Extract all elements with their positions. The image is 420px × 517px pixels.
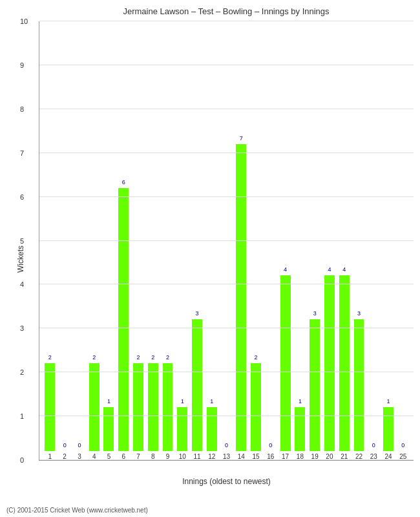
bar-value-label: 7 bbox=[240, 135, 243, 142]
grid-line bbox=[39, 459, 414, 460]
bar: 6 bbox=[118, 188, 129, 451]
bar-group: 714 bbox=[234, 21, 249, 460]
chart-title: Jermaine Lawson – Test – Bowling – Innin… bbox=[39, 6, 414, 16]
bar-value-label: 2 bbox=[151, 354, 154, 361]
bar-value-label: 3 bbox=[196, 310, 199, 317]
bar-value-label: 2 bbox=[166, 354, 169, 361]
bar-value-label: 4 bbox=[284, 266, 287, 273]
bar-group: 025 bbox=[395, 21, 410, 460]
y-tick: 7 bbox=[20, 149, 24, 157]
bars-wrapper: 2102032415662728291103111120137142150164… bbox=[39, 21, 414, 460]
bar: 4 bbox=[339, 275, 350, 451]
bar-value-label: 1 bbox=[210, 398, 213, 405]
bar: 3 bbox=[192, 319, 202, 451]
bar: 2 bbox=[133, 363, 143, 451]
bar-value-label: 1 bbox=[299, 398, 302, 405]
bar-value-label: 2 bbox=[136, 354, 140, 361]
bar: 2 bbox=[163, 363, 173, 451]
bar-value-label: 4 bbox=[328, 266, 331, 273]
bar-group: 21 bbox=[43, 21, 58, 460]
bar-value-label: 1 bbox=[107, 398, 110, 405]
y-tick: 1 bbox=[20, 412, 24, 420]
bar: 4 bbox=[324, 275, 335, 451]
grid-line bbox=[39, 240, 414, 241]
bar-value-label: 3 bbox=[313, 310, 317, 317]
bar-value-label: 4 bbox=[342, 266, 346, 273]
y-axis-label: Wickets bbox=[16, 246, 25, 273]
y-tick: 8 bbox=[20, 105, 24, 113]
bar-value-label: 3 bbox=[357, 310, 361, 317]
bar-value-label: 0 bbox=[269, 442, 272, 448]
grid-line bbox=[39, 65, 414, 65]
chart-area: Wickets 21020324156627282911031111201371… bbox=[39, 21, 414, 461]
bar: 2 bbox=[251, 363, 261, 451]
bar-group: 420 bbox=[322, 21, 337, 460]
bar-group: 02 bbox=[58, 21, 72, 460]
bar-value-label: 2 bbox=[255, 354, 258, 361]
y-tick: 4 bbox=[20, 280, 24, 288]
grid-line bbox=[39, 328, 414, 328]
bar: 1 bbox=[103, 407, 114, 451]
bar-group: 023 bbox=[366, 21, 381, 460]
bar-group: 28 bbox=[145, 21, 160, 460]
bar-group: 03 bbox=[72, 21, 87, 460]
grid-line bbox=[39, 21, 414, 21]
grid-line bbox=[39, 153, 414, 153]
bar: 2 bbox=[148, 363, 158, 451]
bar-value-label: 0 bbox=[225, 442, 228, 448]
bar-group: 417 bbox=[278, 21, 293, 460]
bar-group: 016 bbox=[263, 21, 278, 460]
bar-group: 421 bbox=[337, 21, 352, 460]
bar-group: 27 bbox=[131, 21, 146, 460]
bar: 1 bbox=[295, 407, 305, 451]
bar-value-label: 0 bbox=[372, 442, 375, 448]
copyright: (C) 2001-2015 Cricket Web (www.cricketwe… bbox=[6, 507, 148, 514]
bar: 2 bbox=[45, 363, 55, 451]
y-tick: 0 bbox=[20, 456, 24, 464]
y-tick: 5 bbox=[20, 237, 24, 245]
y-tick: 9 bbox=[20, 61, 24, 69]
bar-value-label: 1 bbox=[181, 398, 184, 405]
bar-group: 311 bbox=[190, 21, 205, 460]
bar-value-label: 0 bbox=[63, 442, 67, 448]
bar: 4 bbox=[280, 275, 291, 451]
bar-value-label: 6 bbox=[122, 179, 125, 185]
grid-line bbox=[39, 196, 414, 197]
x-axis-label: Innings (oldest to newest) bbox=[182, 477, 271, 486]
bar-value-label: 2 bbox=[92, 354, 96, 361]
bar-value-label: 0 bbox=[78, 442, 81, 448]
bar: 3 bbox=[310, 319, 320, 451]
bar: 7 bbox=[236, 144, 246, 451]
bar-group: 110 bbox=[175, 21, 190, 460]
bar-value-label: 0 bbox=[401, 442, 404, 448]
chart-container: Jermaine Lawson – Test – Bowling – Innin… bbox=[0, 0, 420, 517]
bar: 3 bbox=[354, 319, 364, 451]
y-tick: 10 bbox=[20, 17, 28, 25]
bar-group: 322 bbox=[352, 21, 366, 460]
bar-group: 319 bbox=[308, 21, 322, 460]
grid-line bbox=[39, 109, 414, 109]
bar: 1 bbox=[207, 407, 217, 451]
grid-line bbox=[39, 284, 414, 284]
bar: 1 bbox=[383, 407, 394, 451]
bar: 1 bbox=[177, 407, 187, 451]
y-tick: 6 bbox=[20, 193, 24, 201]
grid-line bbox=[39, 372, 414, 372]
bar-group: 112 bbox=[204, 21, 219, 460]
y-tick: 3 bbox=[20, 324, 24, 332]
bar-group: 24 bbox=[87, 21, 101, 460]
bar-value-label: 1 bbox=[386, 398, 390, 405]
bar-group: 118 bbox=[293, 21, 308, 460]
bar-group: 15 bbox=[101, 21, 116, 460]
bar-group: 29 bbox=[160, 21, 175, 460]
grid-line bbox=[39, 416, 414, 416]
bar-group: 66 bbox=[116, 21, 131, 460]
bar-group: 124 bbox=[381, 21, 396, 460]
bar-value-label: 2 bbox=[48, 354, 52, 361]
bar: 2 bbox=[89, 363, 100, 451]
y-tick: 2 bbox=[20, 368, 24, 376]
bar-group: 013 bbox=[219, 21, 234, 460]
bar-group: 215 bbox=[249, 21, 264, 460]
